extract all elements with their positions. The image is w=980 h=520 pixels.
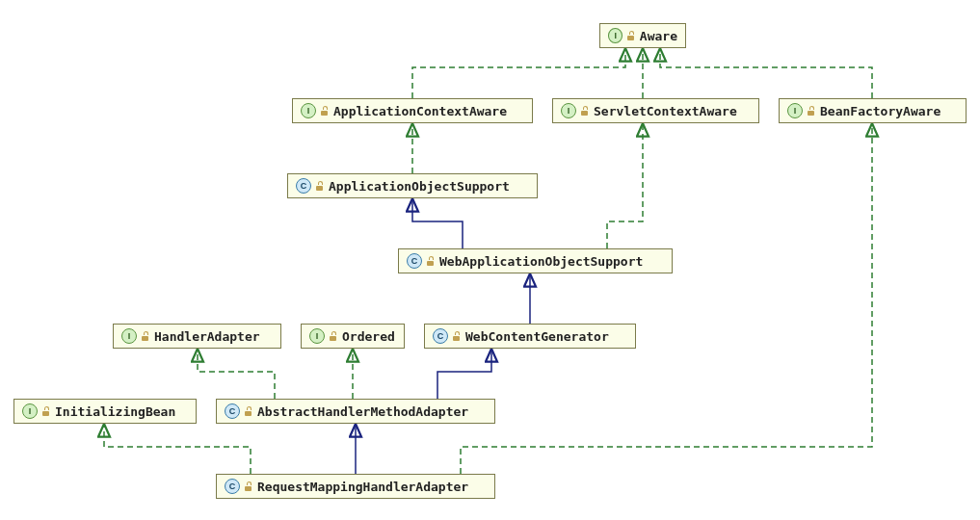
interface-icon: I [561,103,576,118]
lock-icon [329,331,338,341]
class-icon: C [296,178,311,194]
lock-icon [320,106,330,116]
interface-icon: I [121,328,137,344]
node-aware: I Aware [599,23,686,48]
node-label: HandlerAdapter [154,329,260,344]
node-label: WebContentGenerator [465,329,609,344]
node-bean-factory-aware: I BeanFactoryAware [779,98,967,123]
node-label: WebApplicationObjectSupport [439,254,643,269]
node-servlet-context-aware: I ServletContextAware [552,98,759,123]
node-ordered: I Ordered [301,324,405,349]
interface-icon: I [608,28,622,43]
node-label: ServletContextAware [594,104,737,118]
node-web-content-generator: C WebContentGenerator [424,324,636,349]
node-request-mapping-handler-adapter: C RequestMappingHandlerAdapter [216,474,495,499]
class-icon: C [433,328,448,344]
node-application-object-support: C ApplicationObjectSupport [287,173,538,198]
node-web-application-object-support: C WebApplicationObjectSupport [398,248,673,273]
lock-icon [244,406,253,416]
node-initializing-bean: I InitializingBean [13,399,197,424]
lock-icon [141,331,150,341]
node-label: Ordered [342,329,395,344]
node-label: ApplicationContextAware [333,104,507,118]
class-icon: C [225,403,240,419]
node-application-context-aware: I ApplicationContextAware [292,98,533,123]
lock-icon [315,181,325,191]
node-label: BeanFactoryAware [820,104,940,118]
node-abstract-handler-method-adapter: C AbstractHandlerMethodAdapter [216,399,495,424]
class-icon: C [225,479,240,494]
lock-icon [580,106,590,116]
lock-icon [244,481,253,491]
interface-icon: I [301,103,316,118]
lock-icon [807,106,816,116]
node-label: Aware [640,29,677,43]
interface-icon: I [22,403,38,419]
lock-icon [452,331,462,341]
interface-icon: I [309,328,325,344]
node-label: InitializingBean [55,404,175,419]
interface-icon: I [787,103,803,118]
node-label: ApplicationObjectSupport [329,179,510,194]
lock-icon [626,31,636,40]
lock-icon [426,256,436,266]
node-label: RequestMappingHandlerAdapter [257,480,468,494]
class-icon: C [407,253,422,269]
lock-icon [41,406,51,416]
node-handler-adapter: I HandlerAdapter [113,324,281,349]
node-label: AbstractHandlerMethodAdapter [257,404,468,419]
